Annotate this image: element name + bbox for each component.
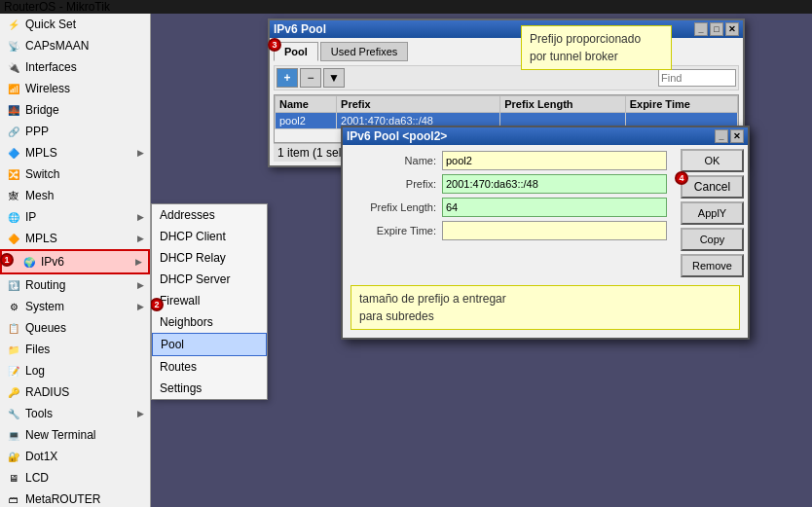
name-input[interactable] — [442, 151, 667, 170]
routing-arrow: ▶ — [137, 280, 144, 290]
sidebar-item-wireless[interactable]: 📶 Wireless — [0, 78, 150, 99]
close-btn[interactable]: ✕ — [725, 22, 739, 36]
sidebar-item-mpls2[interactable]: 🔶 MPLS ▶ — [0, 228, 150, 249]
sidebar-item-quick-set[interactable]: ⚡ Quick Set — [0, 14, 150, 35]
sidebar-item-radius[interactable]: 🔑 RADIUS — [0, 381, 150, 403]
submenu-pool[interactable]: Pool — [152, 333, 267, 356]
capsman-icon: 📡 — [6, 38, 21, 54]
sidebar-item-new-terminal[interactable]: 💻 New Terminal — [0, 424, 150, 446]
prefix-length-input[interactable] — [442, 198, 667, 217]
ipv6-pool-dialog: IPv6 Pool <pool2> _ ✕ Name: Prefix: — [341, 126, 750, 340]
sidebar-item-files[interactable]: 📁 Files — [0, 339, 150, 360]
tools-icon: 🔧 — [6, 406, 21, 421]
submenu-addresses[interactable]: Addresses — [152, 204, 267, 226]
submenu-settings[interactable]: Settings — [152, 378, 267, 399]
cancel-button[interactable]: Cancel 4 — [681, 175, 744, 199]
mpls2-icon: 🔶 — [6, 231, 21, 246]
submenu-dhcp-client[interactable]: DHCP Client — [152, 226, 267, 247]
name-label: Name: — [349, 155, 436, 166]
ipv6-icon: 🌍 — [21, 254, 37, 270]
prefix-length-label: Prefix Length: — [349, 201, 436, 213]
minimize-btn[interactable]: _ — [694, 22, 708, 36]
copy-button[interactable]: Copy — [681, 228, 744, 251]
sidebar-item-metarouter[interactable]: 🗃 MetaROUTER — [0, 489, 150, 507]
add-btn[interactable]: + — [277, 68, 298, 88]
sidebar-item-ppp[interactable]: 🔗 PPP — [0, 121, 150, 142]
col-length: Prefix Length — [500, 96, 625, 113]
mpls-arrow: ▶ — [137, 148, 144, 158]
prefix-input[interactable] — [442, 174, 667, 194]
sidebar-item-mpls[interactable]: 🔷 MPLS ▶ — [0, 142, 150, 163]
new-terminal-icon: 💻 — [6, 427, 21, 443]
sidebar-item-tools[interactable]: 🔧 Tools ▶ — [0, 403, 150, 424]
sidebar-item-mesh[interactable]: 🕸 Mesh — [0, 185, 150, 206]
ppp-icon: 🔗 — [6, 124, 21, 139]
apply-button[interactable]: ApplY — [681, 201, 744, 225]
dialog-close-btn[interactable]: ✕ — [730, 129, 744, 143]
sidebar-item-routing[interactable]: 🔃 Routing ▶ — [0, 274, 150, 296]
callout-subnet-text: tamaño de prefijo a entregar para subred… — [359, 292, 506, 323]
content-area: Addresses DHCP Client DHCP Relay DHCP Se… — [151, 14, 812, 507]
dialog-minimize-btn[interactable]: _ — [715, 129, 728, 143]
dialog-controls: _ ✕ — [715, 129, 744, 143]
metarouter-icon: 🗃 — [6, 491, 21, 507]
main-area: ⚡ Quick Set 📡 CAPsMAAN 🔌 Interfaces 📶 Wi… — [0, 14, 812, 507]
ip-icon: 🌐 — [6, 209, 21, 225]
sidebar: ⚡ Quick Set 📡 CAPsMAAN 🔌 Interfaces 📶 Wi… — [0, 14, 151, 507]
top-bar: RouterOS - MikroTik — [0, 0, 812, 14]
maximize-btn[interactable]: □ — [710, 22, 723, 36]
sidebar-item-queues[interactable]: 📋 Queues — [0, 317, 150, 339]
sidebar-item-bridge[interactable]: 🌉 Bridge — [0, 99, 150, 121]
sidebar-item-capsman[interactable]: 📡 CAPsMAAN — [0, 35, 150, 56]
cell-name: pool2 — [276, 113, 337, 129]
quick-set-icon: ⚡ — [6, 17, 21, 32]
ipv6-pool-titlebar: IPv6 Pool _ □ ✕ — [270, 20, 743, 38]
submenu-dhcp-server[interactable]: DHCP Server — [152, 269, 267, 290]
system-arrow: ▶ — [137, 302, 144, 311]
callout-subnet-size: tamaño de prefijo a entregar para subred… — [351, 285, 740, 330]
tab-used-prefixes[interactable]: Used Prefixes — [320, 42, 408, 61]
col-name: Name — [276, 96, 337, 113]
remove-button[interactable]: Remove — [681, 254, 744, 277]
filter-btn[interactable]: ▼ — [323, 68, 345, 88]
form-row-name: Name: — [343, 151, 673, 170]
search-input[interactable] — [658, 69, 736, 87]
col-expire: Expire Time — [625, 96, 737, 113]
badge-3: 3 — [268, 38, 281, 52]
sidebar-item-dot1x[interactable]: 🔐 Dot1X — [0, 446, 150, 467]
remove-btn[interactable]: − — [300, 68, 321, 88]
submenu-routes[interactable]: Routes — [152, 356, 267, 378]
badge-1: 1 — [0, 253, 14, 267]
form-row-expire: Expire Time: — [343, 221, 673, 240]
bridge-icon: 🌉 — [6, 102, 21, 118]
tools-arrow: ▶ — [137, 409, 144, 418]
files-icon: 📁 — [6, 342, 21, 357]
sidebar-item-ip[interactable]: 🌐 IP ▶ — [0, 206, 150, 228]
badge-4: 4 — [675, 171, 688, 185]
callout-tunnel-broker: Prefijo proporcionado por tunnel broker — [521, 25, 672, 70]
sidebar-item-log[interactable]: 📝 Log — [0, 360, 150, 381]
search-box — [658, 69, 736, 87]
col-prefix: Prefix — [337, 96, 500, 113]
switch-icon: 🔀 — [6, 166, 21, 182]
sidebar-item-lcd[interactable]: 🖥 LCD — [0, 467, 150, 489]
top-bar-title: RouterOS - MikroTik — [4, 0, 110, 14]
sidebar-item-ipv6[interactable]: 1 🌍 IPv6 ▶ — [0, 249, 150, 274]
sidebar-item-system[interactable]: ⚙ System ▶ — [0, 296, 150, 317]
form-row-prefix: Prefix: — [343, 174, 673, 194]
submenu-firewall[interactable]: Firewall — [152, 290, 267, 311]
system-icon: ⚙ — [6, 299, 21, 314]
sidebar-item-switch[interactable]: 🔀 Switch — [0, 163, 150, 185]
form-row-prefix-length: Prefix Length: — [343, 198, 673, 217]
ok-button[interactable]: OK — [681, 149, 744, 172]
prefix-label: Prefix: — [349, 178, 436, 190]
lcd-icon: 🖥 — [6, 470, 21, 486]
expire-input[interactable] — [442, 221, 667, 240]
interfaces-icon: 🔌 — [6, 59, 21, 75]
sidebar-item-interfaces[interactable]: 🔌 Interfaces — [0, 56, 150, 78]
routing-icon: 🔃 — [6, 277, 21, 293]
wireless-icon: 📶 — [6, 81, 21, 96]
submenu-dhcp-relay[interactable]: DHCP Relay — [152, 247, 267, 269]
mpls2-arrow: ▶ — [137, 234, 144, 243]
submenu-neighbors[interactable]: Neighbors — [152, 311, 267, 333]
